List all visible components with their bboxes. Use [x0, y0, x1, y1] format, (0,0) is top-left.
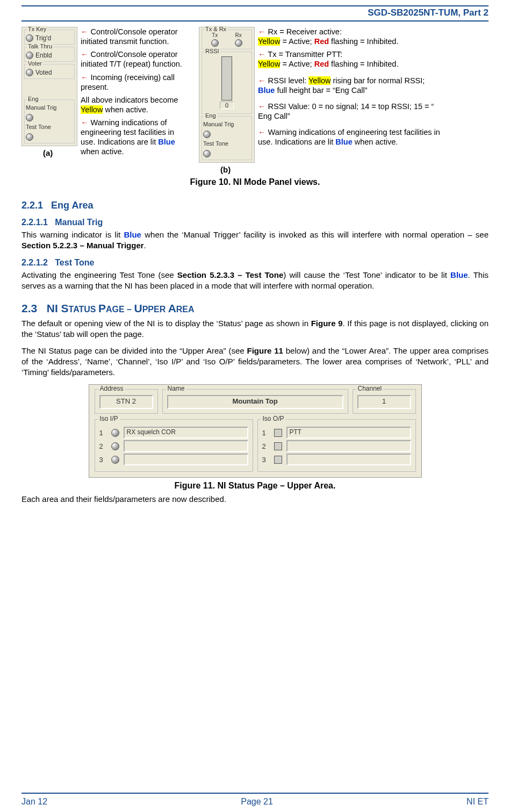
isoop-1-field[interactable]: PTT — [286, 427, 411, 439]
isoop-2-field[interactable] — [286, 440, 411, 452]
channel-legend: Channel — [356, 385, 384, 392]
ann-b2-pre: Tx = Transmitter PTT: — [268, 50, 342, 59]
arrow-icon: ← — [258, 128, 266, 136]
led-icon — [203, 131, 211, 138]
ann-b1-y: Yellow — [258, 37, 280, 46]
led-icon — [26, 114, 33, 121]
isoip-1-num: 1 — [99, 429, 107, 437]
rssi-value: 0 — [220, 102, 234, 109]
panel-a-label: (a) — [21, 148, 77, 157]
isoop-1-num: 1 — [262, 429, 270, 437]
led-icon — [26, 52, 33, 59]
ann-b2-r: Red — [314, 60, 329, 68]
rssi-bar — [221, 56, 232, 100]
isoip-2-field[interactable] — [124, 440, 248, 452]
isoip-3-num: 3 — [99, 456, 107, 464]
ann-b3-pre: RSSI level: — [268, 76, 309, 85]
led-icon — [26, 34, 33, 42]
heading-2-3: 2.3 NI STATUS PAGE – UPPER AREA — [21, 302, 489, 315]
led-icon — [203, 150, 211, 157]
panel-b-label: (b) — [199, 165, 255, 174]
txkey-title: Tx Key — [27, 26, 47, 32]
fig10-caption: Figure 10. NI Mode Panel views. — [21, 177, 489, 187]
ann-a1: Control/Console operator initiated trans… — [81, 27, 178, 46]
channel-field[interactable]: 1 — [357, 395, 411, 409]
ann-a5-post: when active. — [81, 147, 124, 156]
ann-a4-pre: All above indicators become — [81, 96, 178, 104]
footer-center: Page 21 — [241, 797, 273, 807]
arrow-icon: ← — [81, 27, 89, 36]
ann-b3-post: full height bar = “Eng Call” — [275, 86, 367, 95]
eng-title-b: Eng — [204, 112, 217, 119]
figure-11-panel: Address STN 2 Name Mountain Top Channel … — [89, 384, 422, 478]
led-icon — [111, 429, 119, 437]
ann-b5-b: Blue — [335, 138, 352, 146]
isoip-3-field[interactable] — [124, 454, 248, 465]
talkthru-label: Enbld — [35, 52, 52, 59]
isoop-3-field[interactable] — [286, 454, 411, 465]
square-icon — [274, 429, 282, 437]
doc-header: SGD-SB2025NT-TUM, Part 2 — [21, 6, 489, 20]
eng-title: Eng — [27, 96, 40, 102]
heading-2-2-1-1: 2.2.1.1 Manual Trig — [21, 218, 489, 227]
name-legend: Name — [166, 385, 186, 392]
arrow-icon: ← — [81, 50, 89, 59]
footer-right: NI ET — [466, 797, 489, 807]
ann-a4-post: when active. — [103, 105, 148, 114]
eng-row-b1: Test Tone — [203, 140, 250, 147]
led-icon — [211, 39, 219, 47]
footer-left: Jan 12 — [21, 797, 47, 807]
ann-b3-y: Yellow — [308, 76, 331, 85]
ann-b2-mid: = Active; — [280, 60, 314, 68]
tx-label: Tx — [212, 32, 218, 38]
isoop-legend: Iso O/P — [261, 415, 286, 422]
voter-title: Voter — [27, 60, 43, 67]
led-icon — [26, 69, 33, 76]
isoop-3-num: 3 — [262, 456, 270, 464]
led-icon — [111, 456, 119, 464]
ann-b1-post: flashing = Inhibited. — [329, 37, 398, 46]
rx-label: Rx — [235, 32, 242, 38]
eng-row-b0: Manual Trig — [203, 121, 250, 127]
ann-b3-b: Blue — [258, 86, 275, 95]
mode-panel-a: Tx Key Trig'd Talk Thru Enbld — [21, 27, 77, 146]
ann-a2: Control/Console operator initiated T/T (… — [81, 50, 182, 68]
arrow-icon: ← — [258, 102, 266, 111]
ann-b5-post: when active. — [353, 138, 398, 146]
ann-a5-blue: Blue — [158, 138, 175, 146]
isoip-legend: Iso I/P — [98, 415, 120, 422]
txrx-title: Tx & Rx — [204, 26, 227, 32]
ann-b2-y: Yellow — [258, 60, 280, 68]
arrow-icon: ← — [258, 76, 266, 85]
talkthru-title: Talk Thru — [27, 43, 53, 49]
rssi-title: RSSI — [204, 48, 220, 54]
ann-a3: Incoming (receiving) call present. — [81, 73, 175, 91]
eng-row-0: Manual Trig — [26, 104, 73, 111]
arrow-icon: ← — [81, 118, 89, 127]
address-legend: Address — [98, 385, 125, 392]
heading-2-2-1-2: 2.2.1.2 Test Tone — [21, 258, 489, 268]
led-icon — [26, 133, 33, 141]
isoip-1-field[interactable]: RX squelch COR — [124, 427, 248, 439]
figure-10: Tx Key Trig'd Talk Thru Enbld — [21, 27, 489, 174]
square-icon — [274, 442, 282, 450]
isoop-2-num: 2 — [262, 442, 270, 450]
isoip-2-num: 2 — [99, 442, 107, 450]
ann-b1-pre: Rx = Receiver active: — [268, 27, 342, 36]
ann-b1-mid: = Active; — [280, 37, 314, 46]
para-2212: Activating the engineering Test Tone (se… — [21, 270, 489, 292]
heading-2-2-1: 2.2.1 Eng Area — [21, 200, 489, 211]
address-field[interactable]: STN 2 — [99, 395, 153, 409]
ann-b1-r: Red — [314, 37, 329, 46]
led-icon — [111, 442, 119, 450]
ann-b2-post: flashing = Inhibited. — [329, 60, 398, 68]
arrow-icon: ← — [258, 50, 266, 59]
para-23b: The NI Status page can be divided into t… — [21, 346, 489, 378]
arrow-icon: ← — [258, 27, 266, 36]
mode-panel-b: Tx & Rx Tx Rx RSSI 0 — [199, 27, 255, 163]
txkey-label: Trig'd — [35, 34, 51, 42]
arrow-icon: ← — [81, 73, 89, 82]
square-icon — [274, 456, 282, 464]
para-23a: The default or opening view of the NI is… — [21, 318, 489, 340]
name-field[interactable]: Mountain Top — [167, 395, 343, 409]
